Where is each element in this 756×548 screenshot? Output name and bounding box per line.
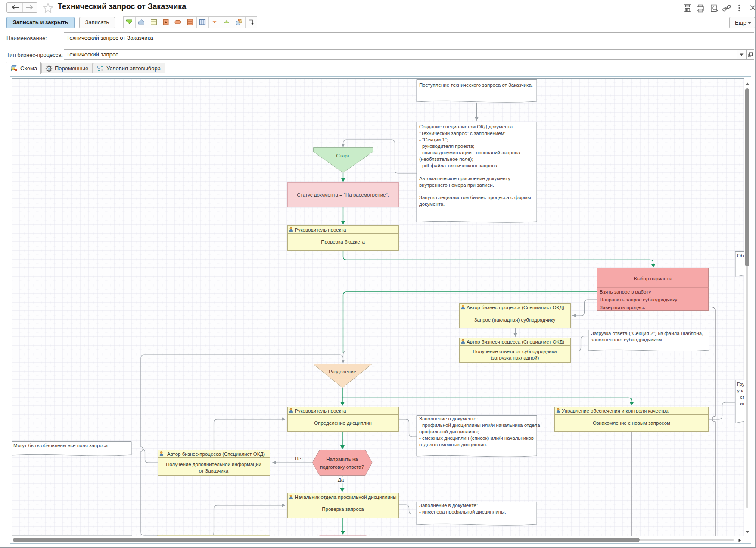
svg-text:Направить на: Направить на xyxy=(326,457,358,462)
svg-text:Загрузка ответа ("Секция 2") и: Загрузка ответа ("Секция 2") из файла-ша… xyxy=(591,331,703,336)
svg-text:Управление обеспечения и контр: Управление обеспечения и контроля качест… xyxy=(562,408,669,413)
svg-text:Нет: Нет xyxy=(295,456,303,461)
svg-text:Могут быть обновлены все поля: Могут быть обновлены все поля запроса xyxy=(13,443,108,448)
svg-text:участн: участн xyxy=(737,388,744,393)
svg-text:Проверка бюджета: Проверка бюджета xyxy=(321,239,365,244)
svg-text:Разделение: Разделение xyxy=(329,369,356,374)
svg-text:Автор бизнес-процесса (Специал: Автор бизнес-процесса (Специалист ОКД) xyxy=(467,339,564,344)
svg-text:Да: Да xyxy=(338,477,344,482)
svg-text:- руководителя проекта;: - руководителя проекта; xyxy=(419,144,474,149)
svg-text:Взять запрос в работу: Взять запрос в работу xyxy=(600,289,651,294)
svg-text:Начальник отдела профильной ди: Начальник отдела профильной дисциплины xyxy=(295,495,396,500)
svg-text:Получение дополнительной инфор: Получение дополнительной информации xyxy=(166,462,261,467)
svg-text:внутреннего номера при записи.: внутреннего номера при записи. xyxy=(419,182,494,188)
svg-text:"Технический запрос" с заполне: "Технический запрос" с заполнением: xyxy=(419,131,506,136)
svg-text:Автор бизнес-процесса (Специал: Автор бизнес-процесса (Специалист ОКД) xyxy=(467,305,564,310)
svg-text:- инжен: - инжен xyxy=(737,401,744,406)
svg-text:Старт: Старт xyxy=(336,153,350,158)
svg-text:Автоматическое присвоение доку: Автоматическое присвоение документу xyxy=(419,176,510,181)
svg-text:Руководитель проекта: Руководитель проекта xyxy=(295,227,346,232)
svg-text:Запуск специалистом бизнес-про: Запуск специалистом бизнес-процесса с фо… xyxy=(419,195,531,200)
svg-text:- pdf-файла технического запро: - pdf-файла технического запроса. xyxy=(419,163,498,168)
svg-text:Обязат: Обязат xyxy=(737,253,744,258)
svg-text:- списка документации - основа: - списка документации - оснований запрос… xyxy=(419,150,520,155)
svg-text:Поступление технического запро: Поступление технического запроса от Зака… xyxy=(419,82,533,88)
svg-text:Определение дисциплин: Определение дисциплин xyxy=(314,420,372,426)
svg-text:Руководитель проекта: Руководитель проекта xyxy=(295,408,346,413)
svg-text:(загрузка накладной): (загрузка накладной) xyxy=(491,355,539,360)
svg-text:Ознакомление с новым запросом: Ознакомление с новым запросом xyxy=(593,420,670,426)
svg-text:Проверка запроса: Проверка запроса xyxy=(322,507,364,512)
svg-text:Статус документа = "На рассмот: Статус документа = "На рассмотрение". xyxy=(297,192,389,197)
svg-text:от Заказчика: от Заказчика xyxy=(199,468,229,473)
svg-text:- специ: - специ xyxy=(737,395,744,400)
svg-text:отделов смежных дисциплин.: отделов смежных дисциплин. xyxy=(419,442,487,447)
svg-text:Заполнение в документе:: Заполнение в документе: xyxy=(419,503,478,508)
svg-text:- инженера профильной дисципли: - инженера профильной дисциплины. xyxy=(419,509,506,514)
svg-text:заполненного субподрядчиком.: заполненного субподрядчиком. xyxy=(591,337,663,342)
svg-text:Получение ответа от субподрядч: Получение ответа от субподрядчика xyxy=(473,349,557,354)
svg-text:профильной дисциплины;: профильной дисциплины; xyxy=(419,429,479,434)
svg-text:- профильной дисциплины или/и: - профильной дисциплины или/и начальника… xyxy=(419,423,540,428)
svg-text:Создание специалистом ОКД доку: Создание специалистом ОКД документа xyxy=(419,124,513,129)
svg-text:Направить запрос субподрядчику: Направить запрос субподрядчику xyxy=(600,297,677,302)
svg-text:(необязательное поле);: (необязательное поле); xyxy=(419,157,473,162)
svg-text:- "Секции 1";: - "Секции 1"; xyxy=(419,137,448,142)
svg-text:Запрос (накладная) субподрядчи: Запрос (накладная) субподрядчику xyxy=(474,317,556,323)
svg-text:- смежных дисциплин (список) и: - смежных дисциплин (список) или/и начал… xyxy=(419,435,534,441)
svg-text:Автор бизнес-процесса (Специал: Автор бизнес-процесса (Специалист ОКД) xyxy=(167,451,265,457)
svg-text:Завершить процесс: Завершить процесс xyxy=(600,305,645,310)
svg-text:подготовку ответа?: подготовку ответа? xyxy=(320,464,364,470)
svg-text:Группа: Группа xyxy=(737,382,744,387)
svg-text:Заполнение в документе:: Заполнение в документе: xyxy=(419,416,478,421)
svg-text:Выбор варианта: Выбор варианта xyxy=(634,276,672,281)
svg-text:документа.: документа. xyxy=(419,201,445,207)
